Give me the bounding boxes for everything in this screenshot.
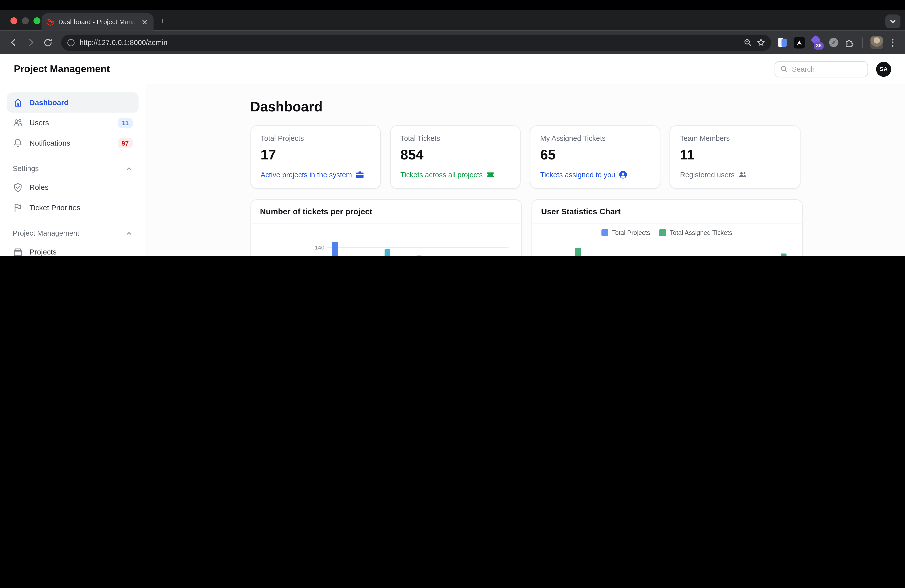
zoom-out-icon[interactable] [743, 38, 752, 47]
flag-icon [13, 202, 23, 213]
tab-search-button[interactable] [885, 14, 900, 28]
stat-card-total-projects: Total Projects17Active projects in the s… [250, 125, 381, 189]
sidebar-item-notifications[interactable]: Notifications97 [7, 133, 138, 153]
new-tab-button[interactable]: + [159, 16, 165, 27]
chevron-up-icon [125, 230, 133, 237]
sidebar-section-title: Project Management [13, 229, 79, 237]
stat-link-label: Active projects in the system [261, 170, 352, 178]
chevron-up-icon [125, 165, 133, 172]
stat-value: 11 [680, 147, 790, 163]
tickets-per-project-chart: 03570105140Employment search systemMarke… [260, 226, 511, 256]
tickets-per-project-title: Number of tickets per project [251, 200, 521, 223]
tab-title: Dashboard - Project Manager [58, 18, 136, 25]
legend-swatch [659, 229, 667, 236]
stat-link[interactable]: Tickets across all projects [400, 170, 510, 179]
stat-label: Total Tickets [400, 135, 510, 143]
laravel-favicon-icon [46, 18, 54, 26]
app-title: Project Management [14, 63, 110, 75]
site-info-icon[interactable] [67, 38, 75, 46]
sidebar-item-users[interactable]: Users11 [7, 113, 138, 133]
user-statistics-chart: 0150300AfrizalDhiyatmiko Dwi Anggorokedi… [541, 238, 792, 256]
stat-link[interactable]: Active projects in the system [261, 170, 370, 179]
extensions-puzzle-icon[interactable] [845, 37, 855, 48]
user-statistics-legend: Total ProjectsTotal Assigned Tickets [532, 227, 802, 238]
browser-tab[interactable]: Dashboard - Project Manager ✕ [41, 13, 153, 31]
browser-profile-avatar[interactable] [870, 36, 883, 49]
people-fill-icon [738, 170, 747, 179]
house-icon [13, 97, 23, 108]
stat-card-my-assigned-tickets: My Assigned Tickets65Tickets assigned to… [530, 125, 660, 189]
search-placeholder: Search [792, 65, 815, 73]
sidebar-item-label: Roles [29, 183, 49, 192]
stat-link[interactable]: Registered users [680, 170, 790, 179]
browser-menu-icon[interactable] [888, 38, 897, 46]
url-text: http://127.0.0.1:8000/admin [80, 38, 739, 46]
stat-link-label: Registered users [680, 170, 735, 178]
stat-cards-row: Total Projects17Active projects in the s… [250, 125, 800, 189]
briefcase-fill-icon [356, 170, 364, 179]
screen: Dashboard - Project Manager ✕ + http://1… [0, 0, 905, 256]
stat-label: Team Members [680, 135, 790, 143]
legend-item: Total Assigned Tickets [659, 229, 732, 236]
minimize-window-button[interactable] [22, 17, 29, 24]
sidebar-item-dashboard[interactable]: Dashboard [7, 92, 138, 113]
notification-extension-icon[interactable]: 38 [810, 36, 823, 49]
stat-value: 17 [261, 147, 370, 163]
cursor-extension-icon[interactable] [794, 37, 805, 48]
stat-value: 65 [540, 147, 650, 163]
stat-label: My Assigned Tickets [540, 135, 650, 143]
legend-swatch [602, 229, 609, 236]
box-icon [13, 247, 23, 256]
close-window-button[interactable] [10, 17, 17, 24]
browser-toolbar: http://127.0.0.1:8000/admin 38 [0, 31, 905, 54]
extension-icons: 38 [777, 36, 897, 49]
extension-badge-count: 38 [814, 42, 824, 49]
shield-icon [13, 182, 23, 192]
user-statistics-title: User Statistics Chart [532, 200, 802, 223]
toolbar-divider [862, 37, 863, 48]
person-circle-icon [619, 170, 627, 179]
main-content: Dashboard Total Projects17Active project… [146, 84, 905, 256]
users-icon [13, 118, 23, 128]
bookmark-star-icon[interactable] [757, 38, 765, 47]
svg-text:105: 105 [314, 254, 324, 256]
search-icon [780, 65, 788, 73]
forward-button[interactable] [23, 35, 38, 50]
sidebar: DashboardUsers11Notifications97SettingsR… [0, 84, 146, 256]
user-statistics-card: User Statistics Chart Total ProjectsTota… [531, 199, 802, 256]
stat-link[interactable]: Tickets assigned to you [540, 170, 650, 179]
page-title: Dashboard [250, 99, 800, 115]
user-avatar[interactable]: SA [876, 62, 891, 77]
zoom-window-button[interactable] [33, 17, 40, 24]
stat-card-team-members: Team Members11Registered users [670, 125, 800, 189]
address-bar[interactable]: http://127.0.0.1:8000/admin [61, 35, 771, 51]
bell-icon [13, 138, 23, 148]
sidebar-section-settings[interactable]: Settings [13, 164, 133, 173]
sidebar-section-project-management[interactable]: Project Management [13, 229, 133, 237]
tickets-per-project-card: Number of tickets per project 0357010514… [250, 199, 521, 256]
sidebar-item-label: Users [29, 118, 49, 127]
sidebar-item-label: Ticket Priorities [29, 203, 81, 212]
stat-card-total-tickets: Total Tickets854Tickets across all proje… [390, 125, 520, 189]
sidebar-item-label: Dashboard [29, 98, 68, 106]
sidebar-section-title: Settings [13, 164, 39, 173]
browser-tab-strip: Dashboard - Project Manager ✕ + [0, 10, 905, 31]
docs-extension-icon[interactable] [777, 37, 788, 48]
back-button[interactable] [6, 35, 21, 50]
svg-text:140: 140 [314, 244, 324, 251]
stat-label: Total Projects [261, 135, 370, 143]
ticket-fill-icon [486, 170, 495, 179]
window-controls [10, 17, 40, 24]
macos-menu-bar [0, 0, 905, 10]
stat-link-label: Tickets assigned to you [540, 170, 615, 178]
search-input[interactable]: Search [775, 61, 868, 77]
sidebar-item-projects[interactable]: Projects [7, 242, 138, 256]
sidebar-item-label: Projects [29, 248, 57, 256]
sidebar-item-ticket-priorities[interactable]: Ticket Priorities [7, 197, 138, 218]
reload-button[interactable] [40, 35, 56, 50]
sidebar-item-roles[interactable]: Roles [7, 177, 138, 197]
compass-extension-icon[interactable] [828, 37, 839, 48]
tab-close-icon[interactable]: ✕ [140, 18, 149, 25]
app-header: Project Management Search SA [0, 54, 905, 84]
stat-value: 854 [400, 147, 510, 163]
